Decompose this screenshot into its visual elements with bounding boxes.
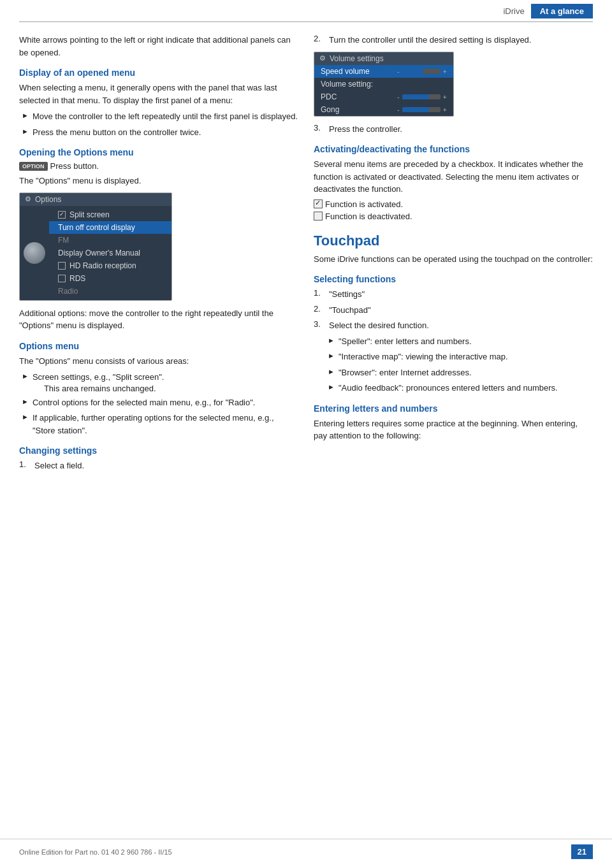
step-number: 1.	[19, 459, 29, 469]
bullet-arrow-icon: ►	[22, 127, 29, 135]
page-header: iDrive At a glance	[19, 0, 593, 22]
selecting-step2: "Touchpad"	[329, 304, 371, 317]
bullet-item: ► "Browser": enter Internet addresses.	[325, 366, 593, 379]
controller-knob	[24, 242, 45, 264]
options-menu-list: Split screen Turn off control display FM…	[49, 206, 171, 300]
option-btn-row: OPTION Press button.	[19, 161, 298, 171]
bullet-arrow-icon: ►	[22, 112, 29, 119]
step-number: 3.	[314, 319, 324, 329]
volume-bar: - +	[397, 93, 447, 101]
options-screen-image: ⚙ Options Split screen Turn off control …	[19, 192, 172, 301]
bullet-item: ► Move the controller to the left repeat…	[19, 110, 298, 123]
volume-item: Gong - +	[314, 103, 453, 116]
bullet3-text: "Browser": enter Internet addresses.	[339, 366, 472, 379]
bullet-item: ► Press the menu button on the controlle…	[19, 126, 298, 139]
activated-label: Function is activated.	[325, 199, 403, 209]
knob-area	[20, 206, 49, 300]
list-item: RDS	[49, 272, 171, 285]
intro-text: White arrows pointing to the left or rig…	[19, 34, 298, 59]
options-displayed-text: The "Options" menu is displayed.	[19, 175, 298, 187]
step-number: 2.	[314, 304, 324, 314]
numbered-item: 3. Press the controller.	[314, 123, 593, 136]
selecting-functions-heading: Selecting functions	[314, 274, 593, 284]
volume-item: Speed volume - +	[314, 65, 453, 78]
checkbox-deactivated-icon	[314, 212, 323, 221]
numbered-item: 2. Turn the controller until the desired…	[314, 34, 593, 47]
bullet-arrow-icon: ►	[328, 383, 335, 391]
checkbox-icon	[58, 275, 66, 282]
numbered-item: 3. Select the desired function.	[314, 319, 593, 332]
deactivated-row: Function is deactivated.	[314, 212, 593, 221]
step-number: 1.	[314, 288, 324, 298]
activating-para1: Several menu items are preceded by a che…	[314, 158, 593, 196]
opening-options-heading: Opening the Options menu	[19, 147, 298, 157]
step2-text: Turn the controller until the desired se…	[329, 34, 531, 47]
volume-title: Volume settings	[330, 54, 384, 63]
bullet-item: ► If applicable, further operating optio…	[19, 412, 298, 437]
step1-text: Select a field.	[34, 459, 84, 472]
bullet1-text: Move the controller to the left repeated…	[33, 110, 298, 123]
footer-online-text: Online Edition for Part no. 01 40 2 960 …	[19, 848, 172, 856]
page-number: 21	[571, 844, 593, 859]
options-menu-para1: The "Options" menu consists of various a…	[19, 355, 298, 368]
options-menu-heading: Options menu	[19, 341, 298, 351]
deactivated-label: Function is deactivated.	[325, 212, 412, 221]
volume-item: PDC - +	[314, 90, 453, 103]
bullet-arrow-icon: ►	[328, 368, 335, 375]
options-image-wrapper: Split screen Turn off control display FM…	[20, 206, 171, 300]
step-number: 3.	[314, 123, 324, 133]
list-item: Split screen	[49, 208, 171, 221]
sub-bullets: ► "Speller": enter letters and numbers. …	[314, 335, 593, 394]
bullet2-text: "Interactive map": viewing the interacti…	[339, 351, 508, 363]
bullet1-text: Screen settings, e.g., "Split screen".	[33, 372, 164, 382]
bullet-item: ► "Speller": enter letters and numbers.	[325, 335, 593, 348]
bullet-item: ► "Audio feedback": pronounces entered l…	[325, 382, 593, 394]
list-item: Radio	[49, 285, 171, 298]
entering-heading: Entering letters and numbers	[314, 403, 593, 414]
bullet-item: ► "Interactive map": viewing the interac…	[325, 351, 593, 363]
options-title-bar: ⚙ Options	[20, 193, 171, 206]
bullet-item: ► Control options for the selected main …	[19, 396, 298, 409]
activated-row: Function is activated.	[314, 199, 593, 209]
bullet3-text: If applicable, further operating options…	[33, 412, 298, 437]
volume-item: Volume setting:	[314, 78, 453, 90]
bullet-item: ► Screen settings, e.g., "Split screen".…	[19, 371, 298, 393]
selecting-step3: Select the desired function.	[329, 319, 429, 332]
options-title: Options	[35, 195, 61, 204]
list-item: HD Radio reception	[49, 259, 171, 272]
bullet-arrow-icon: ►	[22, 413, 29, 421]
volume-settings-image: ⚙ Volume settings Speed volume - + Volum…	[314, 52, 454, 117]
list-item: Turn off control display	[49, 221, 171, 234]
volume-bar: - +	[397, 106, 447, 113]
list-item: FM	[49, 234, 171, 247]
display-menu-para1: When selecting a menu, it generally open…	[19, 82, 298, 106]
checkbox-icon	[58, 262, 66, 270]
step-number: 2.	[314, 34, 324, 43]
numbered-item: 1. "Settings"	[314, 288, 593, 301]
page-footer: Online Edition for Part no. 01 40 2 960 …	[0, 839, 612, 859]
touchpad-para1: Some iDrive functions can be operated us…	[314, 253, 593, 266]
activating-heading: Activating/deactivating the functions	[314, 144, 593, 154]
bullet-arrow-icon: ►	[22, 372, 29, 380]
bullet1-sub-text: This area remains unchanged.	[44, 384, 156, 393]
bullet-arrow-icon: ►	[22, 398, 29, 405]
touchpad-heading: Touchpad	[314, 233, 593, 249]
option-button-image: OPTION	[19, 162, 48, 171]
checkbox-activated-icon	[314, 199, 323, 208]
bullet4-text: "Audio feedback": pronounces entered let…	[339, 382, 558, 394]
checkbox-icon	[58, 211, 66, 219]
bullet1-sub: This area remains unchanged.	[33, 384, 164, 393]
list-item: Display Owner's Manual	[49, 247, 171, 259]
main-content: White arrows pointing to the left or rig…	[0, 22, 612, 495]
volume-title-bar: ⚙ Volume settings	[314, 52, 453, 65]
left-column: White arrows pointing to the left or rig…	[19, 34, 298, 475]
bullet2-text: Control options for the selected main me…	[33, 396, 256, 409]
step3-text: Press the controller.	[329, 123, 402, 136]
volume-bar: - +	[397, 68, 447, 75]
press-btn-label: Press button.	[50, 161, 99, 171]
right-column: 2. Turn the controller until the desired…	[314, 34, 593, 475]
bullet-arrow-icon: ►	[328, 336, 335, 344]
numbered-item: 1. Select a field.	[19, 459, 298, 472]
entering-para1: Entering letters requires some practice …	[314, 417, 593, 442]
numbered-item: 2. "Touchpad"	[314, 304, 593, 317]
